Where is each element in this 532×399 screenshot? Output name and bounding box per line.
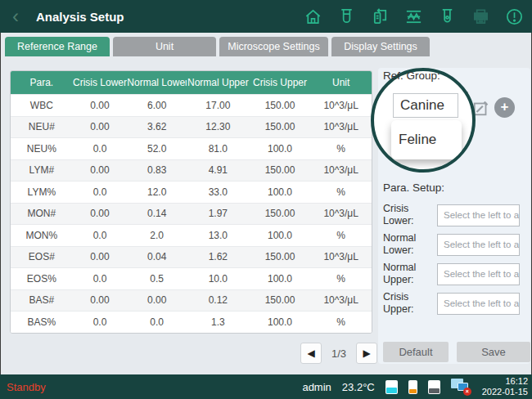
add-group-button[interactable]: + <box>494 97 515 118</box>
table-row-bas-pct[interactable]: BAS%0.00.01.3100.0% <box>11 311 372 333</box>
diluent-reagent-icon[interactable] <box>385 380 398 394</box>
table-cell: 10^3/μL <box>310 251 372 262</box>
table-cell: 0.5 <box>127 273 187 285</box>
table-cell: 13.0 <box>187 230 250 241</box>
device-status: Standby <box>7 381 46 393</box>
normal-upper-row: NormalUpper: Select the left to auto <box>383 263 525 286</box>
network-error-badge: × <box>463 388 471 396</box>
table-row-wbc[interactable]: WBC0.006.0017.00150.0010^3/μL <box>11 94 372 116</box>
table-body: WBC0.006.0017.00150.0010^3/μLNEU#0.003.6… <box>11 94 372 333</box>
table-cell: 12.30 <box>187 121 250 132</box>
tab-microscope-settings[interactable]: Microscope Settings <box>219 37 328 56</box>
printer-icon[interactable] <box>471 7 490 26</box>
home-icon[interactable] <box>303 7 322 26</box>
table-cell: 52.0 <box>127 143 187 155</box>
table-cell: 0.00 <box>127 294 187 306</box>
table-cell: % <box>310 316 372 328</box>
worklist-export-icon[interactable] <box>370 7 390 26</box>
tab-display-settings[interactable]: Display Settings <box>331 37 430 56</box>
table-row-lym-abs[interactable]: LYM#0.000.834.91150.0010^3/μL <box>11 159 372 182</box>
table-cell: 10^3/μL <box>310 164 372 176</box>
table-row-neu-abs[interactable]: NEU#0.003.6212.30150.0010^3/μL <box>11 116 372 138</box>
column-header: Crisis Lower <box>73 77 128 88</box>
analyzer-screen: ‹ Analysis Setup <box>0 0 532 399</box>
lyse-reagent-icon[interactable] <box>408 380 417 394</box>
sample-tube-icon[interactable] <box>336 7 356 26</box>
table-cell: 0.0 <box>73 143 128 155</box>
normal-lower-input[interactable]: Select the left to auto <box>437 234 520 256</box>
status-right-group: admin 23.2°C × 16:12 2022-01-15 <box>302 374 528 399</box>
magnifier-callout: Canine Feline <box>371 68 476 173</box>
parameter-name: EOS% <box>11 273 73 285</box>
waste-reagent-icon[interactable] <box>428 380 440 394</box>
column-header: Normal Lower <box>127 77 187 88</box>
save-button[interactable]: Save <box>457 342 530 362</box>
group-option-canine[interactable]: Canine <box>393 93 458 118</box>
network-disconnected-icon[interactable]: × <box>451 379 471 395</box>
group-option-feline[interactable]: Feline <box>391 120 462 159</box>
default-button[interactable]: Default <box>383 342 449 362</box>
column-header: Crisis Upper <box>250 77 311 88</box>
table-cell: 2.0 <box>127 230 187 241</box>
prev-page-button[interactable]: ◀ <box>300 343 322 364</box>
tab-unit[interactable]: Unit <box>113 37 216 56</box>
alert-status-icon[interactable] <box>504 7 524 26</box>
table-row-eos-pct[interactable]: EOS%0.00.510.0100.0% <box>11 267 372 289</box>
table-cell: 150.00 <box>250 294 311 306</box>
tab-reference-range[interactable]: Reference Range <box>5 37 110 56</box>
table-row-neu-pct[interactable]: NEU%0.052.081.0100.0% <box>11 137 372 159</box>
qc-graph-icon[interactable] <box>404 7 423 26</box>
table-cell: 10^3/μL <box>310 121 372 132</box>
crisis-upper-input[interactable]: Select the left to auto <box>437 293 520 315</box>
clock-display: 16:12 2022-01-15 <box>482 376 528 397</box>
parameter-name: MON% <box>11 230 73 241</box>
crisis-lower-input[interactable]: Select the left to auto <box>437 204 520 226</box>
date-readout: 2022-01-15 <box>482 387 528 397</box>
top-bar: ‹ Analysis Setup <box>0 0 532 33</box>
normal-upper-label: NormalUpper: <box>383 262 416 286</box>
table-row-mon-abs[interactable]: MON#0.000.141.97150.0010^3/μL <box>11 203 372 225</box>
para-setup-label: Para. Setup: <box>383 182 444 194</box>
table-cell: % <box>310 186 372 198</box>
table-row-lym-pct[interactable]: LYM%0.012.033.0100.0% <box>11 181 372 203</box>
table-cell: % <box>310 273 372 285</box>
next-page-button[interactable]: ▶ <box>356 343 377 364</box>
table-cell: 4.91 <box>187 164 250 176</box>
table-cell: 0.14 <box>127 208 187 219</box>
table-row-eos-abs[interactable]: EOS#0.000.041.62150.0010^3/μL <box>11 246 372 268</box>
parameter-name: NEU# <box>11 121 73 132</box>
table-cell: 0.0 <box>73 273 128 285</box>
table-cell: % <box>310 230 372 241</box>
normal-upper-input[interactable]: Select the left to auto <box>437 263 520 285</box>
top-icon-group <box>303 0 524 33</box>
table-cell: 0.00 <box>73 164 128 176</box>
table-cell: 0.00 <box>73 294 128 306</box>
table-cell: 150.00 <box>250 121 311 132</box>
table-cell: 0.00 <box>73 100 128 111</box>
table-cell: 150.00 <box>250 251 311 262</box>
table-cell: 12.0 <box>127 186 187 198</box>
table-cell: 1.3 <box>187 316 250 328</box>
table-cell: 0.00 <box>73 121 128 132</box>
table-cell: 6.00 <box>127 100 187 111</box>
page-title: Analysis Setup <box>36 10 124 24</box>
reagent-tube-icon[interactable] <box>437 7 457 26</box>
parameter-name: LYM% <box>11 186 73 198</box>
table-row-bas-abs[interactable]: BAS#0.000.000.12150.0010^3/μL <box>11 289 372 312</box>
crisis-lower-label: CrisisLower: <box>383 203 414 227</box>
status-bar: Standby admin 23.2°C × 16:12 2022-01-15 <box>0 374 532 399</box>
page-indicator: 1/3 <box>327 347 350 360</box>
settings-tabs: Reference Range Unit Microscope Settings… <box>5 37 430 56</box>
table-cell: 10^3/μL <box>310 294 372 306</box>
table-cell: 0.00 <box>73 208 128 219</box>
table-cell: 10.0 <box>187 273 250 285</box>
table-row-mon-pct[interactable]: MON%0.02.013.0100.0% <box>11 224 372 246</box>
table-cell: 0.0 <box>73 316 128 328</box>
table-cell: 0.83 <box>127 164 187 176</box>
table-cell: 33.0 <box>187 186 250 198</box>
normal-lower-label: NormalLower: <box>383 232 416 257</box>
back-button[interactable]: ‹ <box>0 2 31 31</box>
table-cell: 100.0 <box>250 186 311 198</box>
crisis-upper-label: CrisisUpper: <box>383 291 414 316</box>
pagination: ◀ 1/3 ▶ <box>300 343 377 364</box>
